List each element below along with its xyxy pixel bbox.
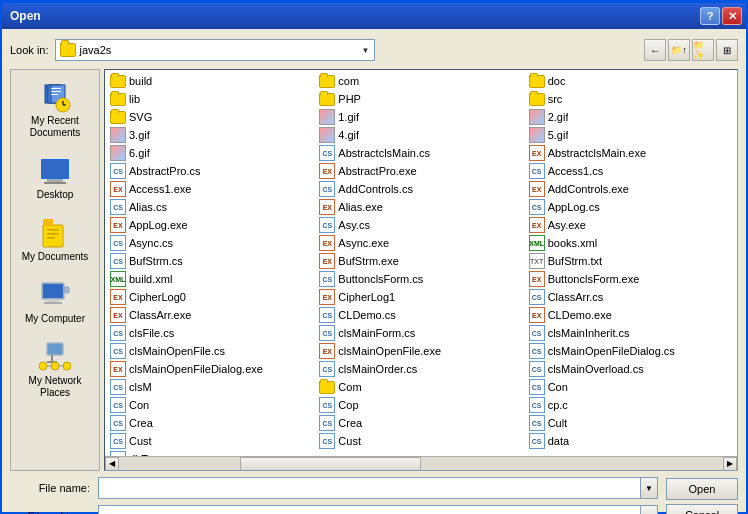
list-item[interactable]: CSAbstractPro.cs bbox=[107, 162, 316, 180]
file-list-area[interactable]: buildcomdoclibPHPsrcSVG1.gif2.gif3.gif4.… bbox=[104, 69, 738, 471]
list-item[interactable]: src bbox=[526, 90, 735, 108]
list-item[interactable]: lib bbox=[107, 90, 316, 108]
list-item[interactable]: build bbox=[107, 72, 316, 90]
list-item[interactable]: EXAlias.exe bbox=[316, 198, 525, 216]
list-item[interactable]: 1.gif bbox=[316, 108, 525, 126]
list-item[interactable]: EXAccess1.exe bbox=[107, 180, 316, 198]
h-scrollbar[interactable]: ◀ ▶ bbox=[105, 456, 737, 470]
file-name: build.xml bbox=[129, 273, 172, 285]
filetype-dropdown-btn[interactable]: ▼ bbox=[640, 505, 658, 514]
new-folder-button[interactable]: 📁✨ bbox=[692, 39, 714, 61]
list-item[interactable]: CSCon bbox=[526, 378, 735, 396]
list-item[interactable]: CSAsy.cs bbox=[316, 216, 525, 234]
list-item[interactable]: CSCLDemo.cs bbox=[316, 306, 525, 324]
look-in-combo[interactable]: java2s ▼ bbox=[55, 39, 375, 61]
list-item[interactable]: CSAddControls.cs bbox=[316, 180, 525, 198]
list-item[interactable]: CSCrea bbox=[316, 414, 525, 432]
back-button[interactable]: ← bbox=[644, 39, 666, 61]
svg-rect-17 bbox=[47, 237, 55, 239]
list-item[interactable]: CSAccess1.cs bbox=[526, 162, 735, 180]
list-item[interactable]: CSCust bbox=[107, 432, 316, 450]
list-item[interactable]: XMLbuild.xml bbox=[107, 270, 316, 288]
gif-file-icon bbox=[529, 109, 545, 125]
list-item[interactable]: 5.gif bbox=[526, 126, 735, 144]
list-item[interactable]: CSAsync.cs bbox=[107, 234, 316, 252]
sidebar-item-documents[interactable]: My Documents bbox=[14, 210, 96, 270]
list-item[interactable]: EXCipherLog1 bbox=[316, 288, 525, 306]
list-item[interactable]: CSdata bbox=[526, 432, 735, 450]
list-item[interactable]: CSCon bbox=[107, 396, 316, 414]
list-item[interactable]: 4.gif bbox=[316, 126, 525, 144]
list-item[interactable]: EXAbstractPro.exe bbox=[316, 162, 525, 180]
sidebar-item-network[interactable]: My Network Places bbox=[14, 334, 96, 406]
open-button[interactable]: Open bbox=[666, 478, 738, 500]
scroll-thumb[interactable] bbox=[240, 457, 421, 471]
list-item[interactable]: CSAbstractclsMain.cs bbox=[316, 144, 525, 162]
list-item[interactable]: EXAppLog.exe bbox=[107, 216, 316, 234]
list-item[interactable]: 2.gif bbox=[526, 108, 735, 126]
list-item[interactable]: CSAlias.cs bbox=[107, 198, 316, 216]
svg-marker-14 bbox=[43, 219, 53, 225]
list-item[interactable]: com bbox=[316, 72, 525, 90]
list-item[interactable]: doc bbox=[526, 72, 735, 90]
filename-dropdown-btn[interactable]: ▼ bbox=[640, 477, 658, 499]
filename-combo[interactable]: ▼ bbox=[98, 477, 658, 499]
list-item[interactable]: CSCrea bbox=[107, 414, 316, 432]
scroll-left-btn[interactable]: ◀ bbox=[105, 457, 119, 471]
list-item[interactable]: CSclsMainOverload.cs bbox=[526, 360, 735, 378]
up-folder-button[interactable]: 📁↑ bbox=[668, 39, 690, 61]
help-button[interactable]: ? bbox=[700, 7, 720, 25]
list-item[interactable]: EXclsMainOpenFile.exe bbox=[316, 342, 525, 360]
list-item[interactable]: EXAbstractclsMain.exe bbox=[526, 144, 735, 162]
sidebar-item-desktop[interactable]: Desktop bbox=[14, 148, 96, 208]
views-button[interactable]: ⊞ bbox=[716, 39, 738, 61]
list-item[interactable]: SVG bbox=[107, 108, 316, 126]
list-item[interactable]: CSCult bbox=[526, 414, 735, 432]
list-item[interactable]: CSCop bbox=[316, 396, 525, 414]
list-item[interactable]: CSButtonclsForm.cs bbox=[316, 270, 525, 288]
cancel-button[interactable]: Cancel bbox=[666, 504, 738, 514]
list-item[interactable]: CSClassArr.cs bbox=[526, 288, 735, 306]
list-item[interactable]: CSclsMainOpenFileDialog.cs bbox=[526, 342, 735, 360]
list-item[interactable]: XMLbooks.xml bbox=[526, 234, 735, 252]
list-item[interactable]: EXAsync.exe bbox=[316, 234, 525, 252]
filetype-input[interactable] bbox=[98, 505, 640, 514]
list-item[interactable]: EXClassArr.exe bbox=[107, 306, 316, 324]
list-item[interactable]: CSclsMainOrder.cs bbox=[316, 360, 525, 378]
list-item[interactable]: CSclsMainInherit.cs bbox=[526, 324, 735, 342]
sidebar-item-recent[interactable]: My Recent Documents bbox=[14, 74, 96, 146]
file-name: AppLog.cs bbox=[548, 201, 600, 213]
scroll-track[interactable] bbox=[119, 457, 723, 471]
list-item[interactable]: EXBufStrm.exe bbox=[316, 252, 525, 270]
filetype-combo[interactable]: ▼ bbox=[98, 505, 658, 514]
close-button[interactable]: ✕ bbox=[722, 7, 742, 25]
list-item[interactable]: 6.gif bbox=[107, 144, 316, 162]
filename-input[interactable] bbox=[98, 477, 640, 499]
file-name: lib bbox=[129, 93, 140, 105]
svg-point-29 bbox=[63, 362, 71, 370]
list-item[interactable]: CSclsM bbox=[107, 378, 316, 396]
list-item[interactable]: CSclsFile.cs bbox=[107, 324, 316, 342]
scroll-right-btn[interactable]: ▶ bbox=[723, 457, 737, 471]
svg-rect-3 bbox=[51, 88, 61, 89]
list-item[interactable]: CSclsMainOpenFile.cs bbox=[107, 342, 316, 360]
list-item[interactable]: CSBufStrm.cs bbox=[107, 252, 316, 270]
list-item[interactable]: EXAddControls.exe bbox=[526, 180, 735, 198]
folder-icon bbox=[319, 93, 335, 106]
list-item[interactable]: Com bbox=[316, 378, 525, 396]
list-item[interactable]: TXTBufStrm.txt bbox=[526, 252, 735, 270]
list-item[interactable]: CSCust bbox=[316, 432, 525, 450]
list-item[interactable]: CSAppLog.cs bbox=[526, 198, 735, 216]
list-item[interactable]: EXButtonclsForm.exe bbox=[526, 270, 735, 288]
list-item[interactable]: EXCLDemo.exe bbox=[526, 306, 735, 324]
list-item[interactable]: 3.gif bbox=[107, 126, 316, 144]
list-item[interactable]: PHP bbox=[316, 90, 525, 108]
list-item[interactable]: CScp.c bbox=[526, 396, 735, 414]
list-item[interactable]: EXCipherLog0 bbox=[107, 288, 316, 306]
file-name: Access1.cs bbox=[548, 165, 604, 177]
list-item[interactable]: EXAsy.exe bbox=[526, 216, 735, 234]
cs-file-icon: CS bbox=[319, 217, 335, 233]
list-item[interactable]: CSclsMainForm.cs bbox=[316, 324, 525, 342]
list-item[interactable]: EXclsMainOpenFileDialog.exe bbox=[107, 360, 316, 378]
sidebar-item-computer[interactable]: My Computer bbox=[14, 272, 96, 332]
